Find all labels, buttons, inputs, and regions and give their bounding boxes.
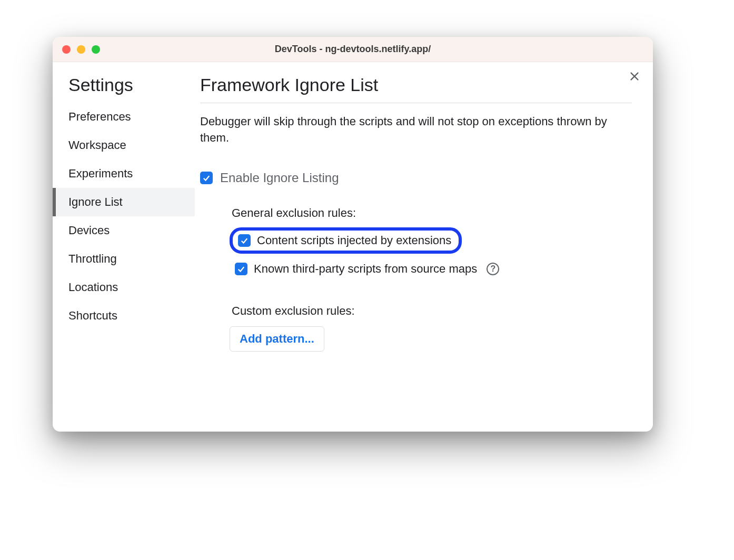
rule-content-scripts-label: Content scripts injected by extensions (257, 234, 451, 247)
checkmark-icon (202, 173, 211, 183)
add-pattern-label: Add pattern... (240, 332, 314, 345)
traffic-lights (53, 45, 100, 54)
enable-ignore-listing-label: Enable Ignore Listing (220, 171, 339, 185)
window-title: DevTools - ng-devtools.netlify.app/ (53, 44, 653, 55)
settings-main-panel: Framework Ignore List Debugger will skip… (195, 62, 653, 432)
enable-ignore-listing-checkbox[interactable] (200, 172, 213, 184)
sidebar-item-label: Preferences (68, 110, 131, 123)
checkmark-icon (240, 236, 249, 245)
general-exclusion-heading: General exclusion rules: (232, 206, 632, 220)
sidebar-item-label: Devices (68, 224, 110, 237)
settings-sidebar: Settings Preferences Workspace Experimen… (53, 62, 195, 432)
sidebar-item-label: Experiments (68, 167, 133, 180)
enable-ignore-listing-row[interactable]: Enable Ignore Listing (200, 171, 632, 185)
close-icon (629, 71, 640, 82)
sidebar-item-label: Shortcuts (68, 309, 117, 322)
add-pattern-button[interactable]: Add pattern... (230, 326, 324, 352)
rule-content-scripts-row[interactable]: Content scripts injected by extensions (230, 227, 462, 254)
window-titlebar: DevTools - ng-devtools.netlify.app/ (53, 37, 653, 62)
general-exclusion-rules: Content scripts injected by extensions K… (230, 227, 632, 280)
sidebar-item-locations[interactable]: Locations (53, 273, 195, 302)
window-minimize-button[interactable] (77, 45, 85, 54)
close-settings-button[interactable] (628, 69, 641, 83)
rule-third-party-checkbox[interactable] (235, 263, 247, 275)
rule-third-party-row[interactable]: Known third-party scripts from source ma… (230, 258, 632, 280)
sidebar-item-workspace[interactable]: Workspace (53, 131, 195, 159)
settings-content: Settings Preferences Workspace Experimen… (53, 62, 653, 432)
window-close-button[interactable] (62, 45, 71, 54)
sidebar-item-ignore-list[interactable]: Ignore List (53, 188, 195, 216)
sidebar-item-shortcuts[interactable]: Shortcuts (53, 302, 195, 330)
sidebar-item-label: Locations (68, 281, 118, 294)
custom-exclusion-heading: Custom exclusion rules: (232, 304, 632, 318)
sidebar-item-label: Workspace (68, 138, 126, 152)
window-maximize-button[interactable] (92, 45, 100, 54)
checkmark-icon (236, 264, 246, 274)
help-icon[interactable]: ? (487, 263, 499, 275)
page-description: Debugger will skip through the scripts a… (200, 114, 632, 146)
sidebar-item-preferences[interactable]: Preferences (53, 103, 195, 131)
devtools-settings-window: DevTools - ng-devtools.netlify.app/ Sett… (53, 37, 653, 432)
sidebar-item-label: Ignore List (68, 195, 123, 208)
page-title: Framework Ignore List (200, 75, 632, 103)
sidebar-item-experiments[interactable]: Experiments (53, 159, 195, 188)
sidebar-item-label: Throttling (68, 252, 117, 265)
rule-content-scripts-checkbox[interactable] (238, 234, 251, 247)
rule-third-party-label: Known third-party scripts from source ma… (254, 262, 477, 276)
sidebar-item-throttling[interactable]: Throttling (53, 245, 195, 273)
settings-heading: Settings (53, 75, 195, 103)
sidebar-item-devices[interactable]: Devices (53, 216, 195, 245)
